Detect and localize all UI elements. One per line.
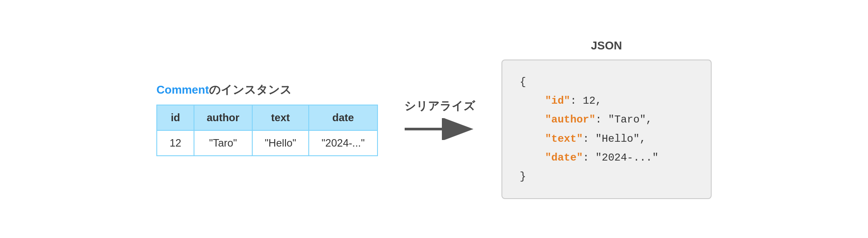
json-line-author: "author": "Taro", [520,110,693,129]
arrow-label: シリアライズ [404,98,475,114]
json-key-author: "author" [545,114,595,126]
json-line-id: "id": 12, [520,91,693,110]
json-key-id: "id" [545,95,570,107]
col-header-author: author [194,105,252,130]
json-title: JSON [501,39,712,52]
cell-text: "Hello" [252,130,309,156]
table-row: 12 "Taro" "Hello" "2024-..." [157,130,378,156]
json-value-id: : 12, [570,95,602,107]
instance-label-suffix: のインスタンス [209,83,292,96]
col-header-date: date [309,105,377,130]
json-open-brace: { [520,73,693,91]
data-table: id author text date 12 "Taro" "Hello" "2… [156,105,378,156]
col-header-text: text [252,105,309,130]
arrow-icon [405,118,475,140]
json-line-text: "text": "Hello", [520,130,693,148]
cell-id: 12 [157,130,194,156]
cell-author: "Taro" [194,130,252,156]
right-section: JSON { "id": 12, "author": "Taro", "text… [501,39,712,199]
json-value-author: : "Taro", [596,114,653,126]
diagram-container: Commentのインスタンス id author text date 12 "T… [0,0,868,238]
json-value-text: : "Hello", [583,133,646,145]
json-key-text: "text" [545,133,582,145]
json-value-date: : "2024-..." [583,152,659,164]
json-close-brace: } [520,167,693,186]
arrow-section: シリアライズ [404,98,475,140]
json-box: { "id": 12, "author": "Taro", "text": "H… [501,60,712,199]
table-header-row: id author text date [157,105,378,130]
instance-label: Commentのインスタンス [156,82,292,98]
json-line-date: "date": "2024-..." [520,148,693,167]
json-key-date: "date" [545,152,582,164]
col-header-id: id [157,105,194,130]
class-name: Comment [156,83,209,96]
left-section: Commentのインスタンス id author text date 12 "T… [156,82,378,156]
cell-date: "2024-..." [309,130,377,156]
